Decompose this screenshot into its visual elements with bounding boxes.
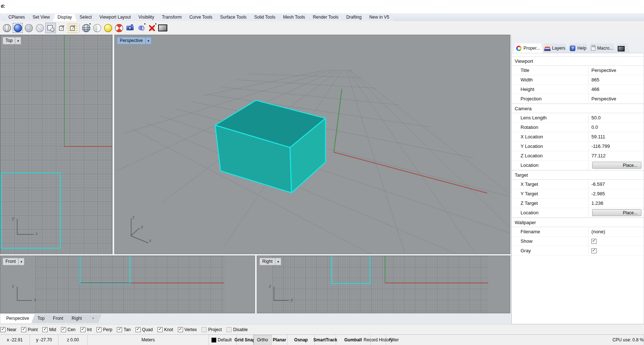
property-value-cell[interactable]: 865 (588, 75, 644, 84)
toolbar-tab[interactable]: Mesh Tools (278, 14, 310, 21)
status-cell[interactable]: Grid Snap (237, 335, 254, 345)
property-value-cell[interactable]: -6.597 (588, 180, 644, 189)
property-value-cell[interactable]: 50.0 (588, 113, 644, 122)
shaded-display-icon[interactable] (12, 23, 23, 33)
status-cell[interactable]: CPU use: 0.8 % (613, 335, 644, 345)
panel-tab[interactable]: Layers (541, 43, 568, 53)
toolbar-tab[interactable]: Display (53, 14, 77, 21)
osnap-toggle[interactable]: Mid (42, 327, 56, 332)
selected-box-right-view[interactable] (331, 256, 370, 284)
panel-tab[interactable]: Proper... (513, 43, 543, 53)
status-cell[interactable]: Default (209, 335, 237, 345)
property-value-cell[interactable]: Perspective (588, 66, 644, 75)
osnap-toggle[interactable]: Disable (226, 327, 248, 332)
property-value-cell[interactable] (528, 170, 644, 179)
property-value[interactable]: 0.0 (591, 124, 598, 130)
status-cell[interactable]: Record History (370, 335, 386, 345)
property-value-cell[interactable]: 59.111 (588, 132, 644, 141)
osnap-toggle[interactable]: Perp (96, 327, 112, 332)
property-value-cell[interactable]: Place... (588, 208, 644, 217)
property-value[interactable]: Perspective (591, 96, 616, 101)
osnap-toggle[interactable]: Vertex (178, 327, 197, 332)
osnap-checkbox[interactable] (0, 327, 5, 332)
status-cell[interactable]: Planar (272, 335, 287, 345)
osnap-checkbox[interactable] (80, 327, 85, 332)
property-value[interactable]: -2.985 (591, 191, 605, 196)
toolbar-tab[interactable]: Transform (157, 14, 186, 21)
toolbar-tab[interactable]: Select (75, 14, 96, 21)
property-value-cell[interactable] (533, 57, 644, 65)
toolbar-tab[interactable]: Surface Tools (216, 14, 252, 21)
property-value[interactable]: 77.112 (591, 153, 606, 158)
command-area[interactable]: d: (0, 0, 644, 14)
status-cell[interactable]: y -27.70 (30, 335, 58, 345)
viewport-title-right[interactable]: Right ▾ (259, 258, 281, 265)
wireframe-display-icon[interactable] (1, 23, 12, 33)
status-cell[interactable]: Meters (88, 335, 209, 345)
osnap-toggle[interactable]: Knot (157, 327, 173, 332)
property-value[interactable]: -6.597 (591, 181, 605, 187)
toolbar-tab[interactable]: Set View (28, 14, 54, 21)
property-value[interactable]: 59.111 (591, 134, 605, 139)
property-value[interactable]: 1.236 (591, 200, 603, 206)
toolbar-tab[interactable]: Curve Tools (184, 14, 217, 21)
toolbar-tab[interactable]: Drafting (342, 14, 366, 21)
osnap-checkbox[interactable] (202, 327, 207, 332)
panel-tab[interactable]: Macro... (588, 43, 616, 53)
toolbar-tab[interactable]: New in V5 (365, 14, 394, 21)
osnap-toggle[interactable]: Cen (61, 327, 76, 332)
viewport-tab[interactable]: Right (66, 314, 87, 323)
osnap-toggle[interactable]: Quad (136, 327, 153, 332)
toolbar-tab[interactable]: Visibility (134, 14, 159, 21)
osnap-checkbox[interactable] (226, 327, 232, 332)
viewport-right[interactable]: z y Right ▾ (257, 256, 510, 313)
selected-box-top-view[interactable] (1, 173, 61, 249)
property-value-cell[interactable]: 466 (588, 85, 644, 94)
viewport-tab[interactable]: Top (32, 314, 50, 323)
status-cell[interactable]: z 0.00 (58, 335, 88, 345)
property-value-cell[interactable]: -116.799 (588, 142, 644, 151)
osnap-toggle[interactable]: Near (0, 327, 16, 332)
osnap-checkbox[interactable] (178, 327, 183, 332)
property-value[interactable]: (none) (591, 229, 605, 234)
camera-icon[interactable] (125, 23, 135, 33)
viewport-top[interactable]: y x Top ▾ (0, 35, 113, 254)
status-cell[interactable]: x -22.91 (0, 335, 30, 345)
viewport-title-perspective[interactable]: Perspective ▾ (117, 37, 152, 45)
render-preview-icon[interactable] (92, 23, 102, 33)
show-camera-icon[interactable] (136, 23, 146, 33)
viewport-front[interactable]: z x Front ▾ (0, 256, 255, 313)
viewport-tab[interactable]: Perspective (1, 314, 35, 323)
property-value-cell[interactable] (588, 237, 644, 246)
flat-shade-icon[interactable] (103, 23, 113, 33)
osnap-checkbox[interactable] (21, 327, 26, 332)
property-value[interactable]: 50.0 (591, 115, 601, 120)
place-button[interactable]: Place... (592, 162, 641, 169)
status-cell[interactable]: SmartTrack (315, 335, 336, 345)
osnap-toggle[interactable]: Project (202, 327, 222, 332)
property-value-cell[interactable]: 1.236 (588, 199, 644, 208)
place-button[interactable]: Place... (592, 209, 641, 216)
osnap-checkbox[interactable] (42, 327, 47, 332)
viewport-menu-arrow-icon[interactable]: ▾ (145, 37, 151, 44)
property-value-cell[interactable]: -2.985 (588, 189, 644, 198)
osnap-checkbox[interactable] (61, 327, 66, 332)
property-value-cell[interactable]: 0.0 (588, 123, 644, 132)
property-value[interactable]: Perspective (591, 68, 616, 73)
add-viewport-tab-button[interactable]: + (85, 314, 102, 323)
toolbar-tab[interactable]: CPlanes (4, 14, 30, 21)
shade-selected-icon[interactable] (114, 23, 124, 33)
toolbar-tab[interactable]: Render Tools (308, 14, 343, 21)
property-value[interactable]: 865 (591, 77, 599, 83)
property-value-cell[interactable]: Perspective (588, 94, 644, 103)
property-value-cell[interactable] (531, 104, 644, 113)
status-cell[interactable]: Filter (386, 335, 613, 345)
viewport-menu-arrow-icon[interactable]: ▾ (15, 37, 21, 44)
property-value[interactable]: 466 (591, 87, 599, 92)
viewport-menu-arrow-icon[interactable]: ▾ (275, 258, 281, 265)
property-value-cell[interactable] (536, 218, 644, 227)
technical-display-icon[interactable] (56, 23, 67, 33)
osnap-checkbox[interactable] (117, 327, 122, 332)
viewport-menu-arrow-icon[interactable]: ▾ (18, 258, 24, 265)
property-value-cell[interactable] (588, 246, 644, 255)
